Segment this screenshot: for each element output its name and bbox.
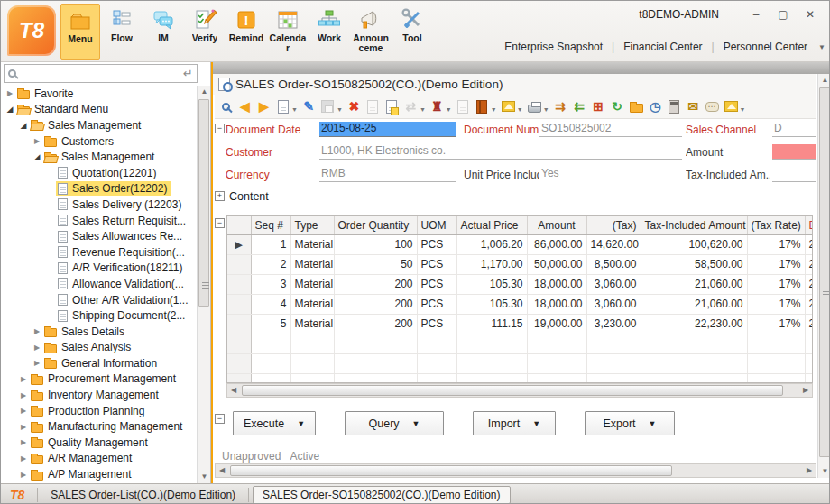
tree-item-standard-menu[interactable]: ◢Standard Menu xyxy=(1,102,197,118)
menu-search-input[interactable] xyxy=(16,67,183,81)
grid-cell[interactable]: 17% xyxy=(747,314,805,334)
grid-cell[interactable]: 18,000.00 xyxy=(527,294,586,314)
grid-column-header[interactable]: (Tax Rate) xyxy=(747,216,805,234)
grid-column-header[interactable]: UOM xyxy=(417,216,456,234)
grid-column-header[interactable]: Order Quantity xyxy=(334,216,417,234)
field-value-unit-price-include[interactable]: Yes xyxy=(540,167,682,182)
tree-item-quality-management[interactable]: ▶Quality Management xyxy=(1,435,197,451)
tree-item-allowance-validation[interactable]: Allowance Validation(... xyxy=(1,276,197,292)
tree-expander-icon[interactable]: ▶ xyxy=(32,327,42,335)
tree-item-general-information[interactable]: ▶General Information xyxy=(1,355,197,371)
ribbon-button-work[interactable]: Work xyxy=(309,4,349,60)
grid-cell[interactable]: 3,060.00 xyxy=(586,274,641,294)
print-icon-dropdown[interactable]: ▼ xyxy=(543,106,549,113)
tree-item-sales-return-requisit[interactable]: Sales Return Requisit... xyxy=(1,213,197,229)
collapse-grid-icon[interactable]: − xyxy=(215,218,225,228)
grid-data-row[interactable]: 4Material200PCS105.3018,000.003,060.0021… xyxy=(227,294,813,314)
grid-cell[interactable]: PCS xyxy=(417,254,456,274)
ribbon-button-flow[interactable]: Flow xyxy=(102,4,142,60)
tree-item-sales-management[interactable]: ◢Sales Management xyxy=(1,117,197,133)
field-value-document-number[interactable]: SO150825002 xyxy=(540,122,682,137)
grid-cell[interactable]: 2 xyxy=(805,234,813,254)
field-value-tax-included-amount[interactable] xyxy=(772,167,816,182)
grid-cell[interactable]: 1 xyxy=(251,234,290,254)
t8-app-logo[interactable]: T8 xyxy=(7,5,56,56)
grid-column-header[interactable]: (Tax) xyxy=(586,216,641,234)
quick-link-enterprise-snapshot[interactable]: Enterprise Snapshot xyxy=(495,41,612,53)
collapse-actions-icon[interactable]: − xyxy=(215,414,225,424)
grid-cell[interactable]: 111.15 xyxy=(456,314,527,334)
tree-item-quotation-12201[interactable]: Quotation(12201) xyxy=(1,165,197,181)
grid-data-row[interactable]: 2Material50PCS1,170.0050,000.008,500.005… xyxy=(227,254,813,274)
panel-vertical-scrollbar[interactable]: ▲ ▼ xyxy=(817,74,830,478)
grid-cell[interactable]: 17% xyxy=(747,234,805,254)
grid-cell[interactable]: 17% xyxy=(747,294,805,314)
grid-cell[interactable]: 4 xyxy=(251,294,290,314)
ribbon-button-announceme[interactable]: Announceme xyxy=(351,4,391,60)
maximize-button[interactable]: ▢ xyxy=(770,8,797,21)
archive-book-icon[interactable] xyxy=(474,98,491,115)
delete-icon[interactable]: ✖ xyxy=(346,98,363,115)
close-button[interactable]: ✕ xyxy=(797,8,824,21)
grid-cell[interactable]: 105.30 xyxy=(456,274,527,294)
grid-cell[interactable]: 200 xyxy=(334,314,417,334)
grid-cell[interactable]: Material xyxy=(290,314,334,334)
copy-forward-icon[interactable]: ⇉ xyxy=(552,98,569,115)
tree-item-sales-order-12202[interactable]: Sales Order(12202) xyxy=(1,181,197,197)
grid-cell[interactable]: 100 xyxy=(334,234,417,254)
grid-cell[interactable]: 19,000.00 xyxy=(527,314,586,334)
import-button[interactable]: Import▼ xyxy=(473,411,556,435)
browse-folder-icon[interactable] xyxy=(628,98,645,115)
tree-item-a-p-management[interactable]: ▶A/P Management xyxy=(1,466,197,482)
tree-expander-icon[interactable]: ▶ xyxy=(18,438,29,446)
tree-item-other-a-r-validation-1[interactable]: Other A/R Validation(1... xyxy=(1,292,197,308)
tree-item-customers[interactable]: ▶Customers xyxy=(1,133,197,150)
grid-cell[interactable]: Material xyxy=(290,234,334,254)
grid-cell[interactable]: Material xyxy=(290,254,334,274)
tree-expander-icon[interactable]: ◢ xyxy=(18,121,29,130)
grid-cell[interactable]: 100,620.00 xyxy=(641,234,747,254)
tree-expander-icon[interactable]: ▶ xyxy=(32,344,42,352)
tree-item-revenue-requisition[interactable]: Revenue Requisition(... xyxy=(1,244,197,261)
quick-links-overflow-icon[interactable]: ▼ xyxy=(818,43,825,51)
grid-cell[interactable]: 2 xyxy=(251,254,290,274)
tree-expander-icon[interactable]: ▶ xyxy=(18,454,29,463)
edit-icon[interactable]: ✎ xyxy=(300,98,318,115)
grid-cell[interactable]: 22,230.00 xyxy=(641,314,747,334)
tree-item-production-planning[interactable]: ▶Production Planning xyxy=(1,403,197,419)
ribbon-button-menu[interactable]: Menu xyxy=(60,4,100,60)
tree-item-a-r-verification-18211[interactable]: A/R Verification(18211) xyxy=(1,261,197,277)
execute-dropdown-icon[interactable]: ▼ xyxy=(297,419,305,428)
expand-content-icon[interactable]: + xyxy=(215,191,225,201)
tree-item-sales-details[interactable]: ▶Sales Details xyxy=(1,324,197,340)
grid-cell[interactable]: 3,230.00 xyxy=(586,314,641,334)
tree-item-sales-analysis[interactable]: ▶Sales Analysis xyxy=(1,340,197,356)
export-dropdown-icon[interactable]: ▼ xyxy=(649,419,657,428)
field-value-amount[interactable] xyxy=(772,144,816,160)
field-value-customer[interactable]: L1000, HK Electronics co. xyxy=(319,144,682,160)
query-dropdown-icon[interactable]: ▼ xyxy=(412,419,420,428)
forward-icon[interactable]: ▶ xyxy=(255,98,272,115)
grid-cell[interactable]: 2 xyxy=(805,294,813,314)
grid-cell[interactable]: 14,620.00 xyxy=(586,234,641,254)
stamp-approve-icon-dropdown[interactable]: ▼ xyxy=(446,106,452,113)
export-image-icon-dropdown[interactable]: ▼ xyxy=(517,106,523,113)
tree-expander-icon[interactable]: ▶ xyxy=(18,471,29,479)
refresh-icon[interactable]: ↻ xyxy=(609,98,626,115)
grid-column-header[interactable]: D xyxy=(805,216,813,234)
grid-cell[interactable]: PCS xyxy=(417,234,456,254)
grid-data-row[interactable]: 5Material200PCS111.1519,000.003,230.0022… xyxy=(227,314,813,334)
mail-icon[interactable]: ✉ xyxy=(685,98,702,115)
grid-cell[interactable]: Material xyxy=(290,294,334,314)
tree-expander-icon[interactable]: ▶ xyxy=(18,407,29,415)
grid-cell[interactable]: 58,500.00 xyxy=(641,254,747,274)
grid-column-header[interactable]: Tax-Included Amount xyxy=(641,216,747,234)
grid-cell[interactable]: 86,000.00 xyxy=(527,234,586,254)
grid-cell[interactable]: 2 xyxy=(805,314,813,334)
grid-horizontal-scrollbar[interactable]: ◀ ▶ xyxy=(226,383,813,398)
archive-book-icon-dropdown[interactable]: ▼ xyxy=(491,106,497,113)
grid-cell[interactable]: 3,060.00 xyxy=(586,294,641,314)
grid-cell[interactable]: 50 xyxy=(334,254,417,274)
attachment-icon[interactable] xyxy=(383,98,401,115)
export-image-icon[interactable] xyxy=(500,98,517,115)
